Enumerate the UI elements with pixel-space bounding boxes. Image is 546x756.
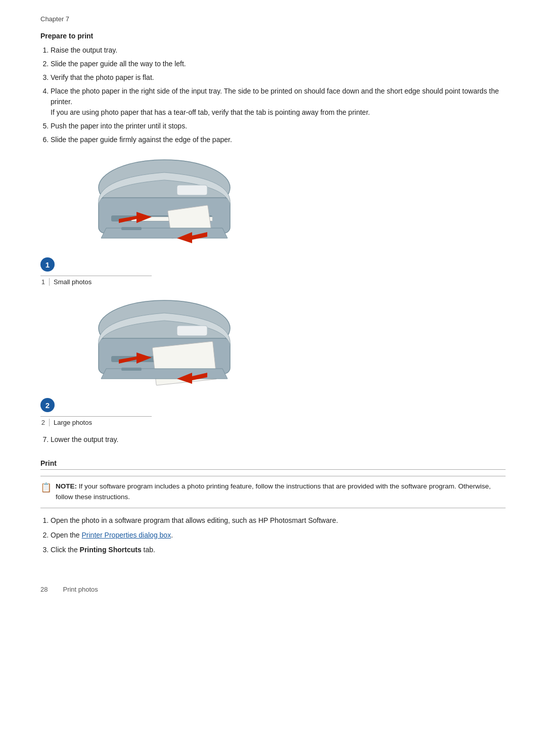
figure-2-block: 2 2 Large photos: [40, 298, 506, 426]
note-label: NOTE:: [56, 482, 77, 490]
prepare-steps-list: Raise the output tray. Slide the paper g…: [51, 45, 506, 145]
print-step-2: Open the Printer Properties dialog box.: [51, 530, 506, 541]
figure-2-caption-text: Large photos: [54, 419, 92, 426]
figure-2-num: 2: [40, 419, 50, 426]
step-3: Verify that the photo paper is flat.: [51, 72, 506, 83]
step-2: Slide the paper guide all the way to the…: [51, 59, 506, 69]
figure-2-badge: 2: [40, 398, 55, 412]
print-step-3: Click the Printing Shortcuts tab.: [51, 545, 506, 555]
note-icon: 📋: [40, 482, 52, 493]
print-step-3-post: tab.: [142, 546, 155, 554]
step-1: Raise the output tray.: [51, 45, 506, 56]
chapter-label: Chapter 7: [40, 15, 506, 23]
printing-shortcuts-bold: Printing Shortcuts: [80, 546, 142, 554]
figure-1-caption-text: Small photos: [54, 278, 92, 286]
figure-1-badge: 1: [40, 257, 55, 272]
figure-1-num: 1: [40, 278, 50, 286]
svg-rect-16: [177, 326, 207, 336]
figure-2-caption: 2 Large photos: [40, 416, 152, 426]
note-box: 📋 NOTE: If your software program include…: [40, 476, 506, 508]
print-step-3-pre: Click the: [51, 546, 80, 554]
footer-page: 28: [40, 586, 48, 593]
step-7-list: Lower the output tray.: [51, 434, 506, 445]
footer: 28 Print photos: [40, 586, 506, 593]
note-body: If your software program includes a phot…: [56, 482, 491, 501]
svg-rect-8: [177, 185, 207, 195]
print-step-1: Open the photo in a software program tha…: [51, 515, 506, 526]
step-5: Push the paper into the printer until it…: [51, 121, 506, 131]
step-4: Place the photo paper in the right side …: [51, 86, 506, 118]
svg-rect-7: [121, 227, 142, 230]
footer-section: Print photos: [63, 586, 98, 593]
print-step-2-pre: Open the: [51, 531, 82, 539]
step-7: Lower the output tray.: [51, 434, 506, 445]
print-step-2-post: .: [171, 531, 173, 539]
step-6: Slide the paper guide firmly against the…: [51, 135, 506, 145]
figure-1-block: 1 1 Small photos: [40, 157, 506, 286]
printer-properties-link[interactable]: Printer Properties dialog box: [82, 531, 171, 539]
figure-1-caption: 1 Small photos: [40, 276, 152, 286]
figure-1-illustration: [71, 157, 243, 253]
svg-rect-15: [121, 368, 142, 371]
note-content: NOTE: If your software program includes …: [56, 481, 506, 503]
print-heading: Print: [40, 459, 506, 470]
figure-2-illustration: [71, 298, 243, 394]
print-steps-list: Open the photo in a software program tha…: [51, 515, 506, 555]
prepare-heading: Prepare to print: [40, 32, 506, 40]
step-4-text: Place the photo paper in the right side …: [51, 87, 499, 116]
